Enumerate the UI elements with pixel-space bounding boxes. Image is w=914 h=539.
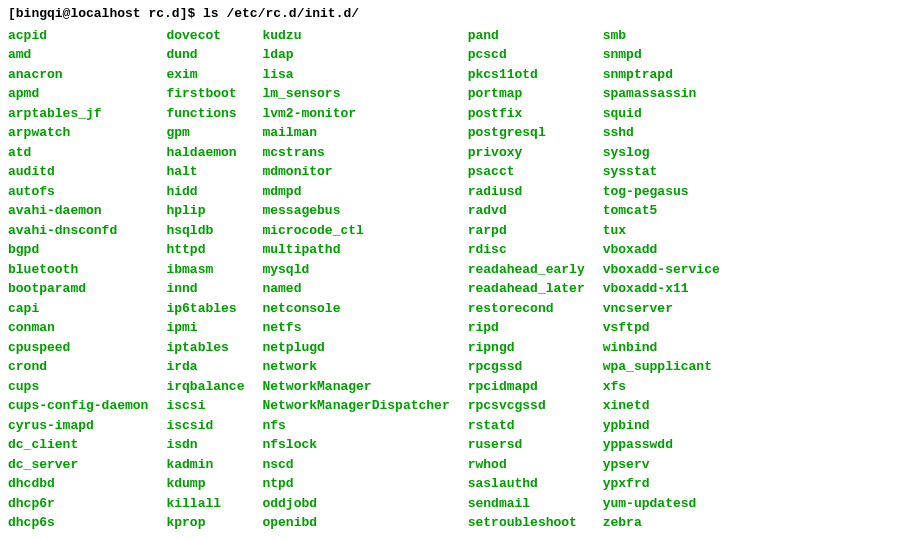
file-entry: amd <box>8 45 148 65</box>
file-entry: bluetooth <box>8 260 148 280</box>
file-entry: ripngd <box>468 338 585 358</box>
file-entry: nfs <box>262 416 449 436</box>
file-entry: radvd <box>468 201 585 221</box>
file-entry: NetworkManager <box>262 377 449 397</box>
file-entry: avahi-dnsconfd <box>8 221 148 241</box>
file-entry: mailman <box>262 123 449 143</box>
file-entry: dhcdbd <box>8 474 148 494</box>
file-entry: bgpd <box>8 240 148 260</box>
file-entry: winbind <box>603 338 720 358</box>
file-entry: ip6tables <box>166 299 244 319</box>
file-entry: tog-pegasus <box>603 182 720 202</box>
file-entry: iscsid <box>166 416 244 436</box>
file-entry: ypxfrd <box>603 474 720 494</box>
file-entry: irqbalance <box>166 377 244 397</box>
file-entry: snmptrapd <box>603 65 720 85</box>
file-entry: vsftpd <box>603 318 720 338</box>
file-entry: functions <box>166 104 244 124</box>
file-entry: pand <box>468 26 585 46</box>
file-entry: mcstrans <box>262 143 449 163</box>
file-entry: radiusd <box>468 182 585 202</box>
file-entry: iptables <box>166 338 244 358</box>
file-entry: kprop <box>166 513 244 533</box>
file-entry: lvm2-monitor <box>262 104 449 124</box>
file-entry: NetworkManagerDispatcher <box>262 396 449 416</box>
file-entry: readahead_later <box>468 279 585 299</box>
file-entry: openibd <box>262 513 449 533</box>
file-entry: lm_sensors <box>262 84 449 104</box>
file-entry: hsqldb <box>166 221 244 241</box>
file-entry: kadmin <box>166 455 244 475</box>
file-entry: xinetd <box>603 396 720 416</box>
file-entry: spamassassin <box>603 84 720 104</box>
file-entry: mysqld <box>262 260 449 280</box>
file-entry: kudzu <box>262 26 449 46</box>
file-entry: hplip <box>166 201 244 221</box>
file-entry: yum-updatesd <box>603 494 720 514</box>
file-entry: dhcp6r <box>8 494 148 514</box>
file-entry: capi <box>8 299 148 319</box>
file-entry: zebra <box>603 513 720 533</box>
file-entry: vboxadd-x11 <box>603 279 720 299</box>
file-entry: tux <box>603 221 720 241</box>
ls-output-columns: acpidamdanacronapmdarptables_jfarpwatcha… <box>8 26 906 533</box>
file-entry: netconsole <box>262 299 449 319</box>
file-entry: avahi-daemon <box>8 201 148 221</box>
file-entry: killall <box>166 494 244 514</box>
file-entry: ntpd <box>262 474 449 494</box>
file-entry: vncserver <box>603 299 720 319</box>
file-entry: privoxy <box>468 143 585 163</box>
file-entry: crond <box>8 357 148 377</box>
file-entry: postgresql <box>468 123 585 143</box>
file-entry: smb <box>603 26 720 46</box>
file-entry: pkcs11otd <box>468 65 585 85</box>
file-entry: microcode_ctl <box>262 221 449 241</box>
file-entry: saslauthd <box>468 474 585 494</box>
file-entry: httpd <box>166 240 244 260</box>
file-entry: arptables_jf <box>8 104 148 124</box>
file-entry: mdmonitor <box>262 162 449 182</box>
file-entry: ypserv <box>603 455 720 475</box>
file-entry: iscsi <box>166 396 244 416</box>
file-entry: rpcsvcgssd <box>468 396 585 416</box>
file-entry: rarpd <box>468 221 585 241</box>
file-entry: haldaemon <box>166 143 244 163</box>
file-entry: netplugd <box>262 338 449 358</box>
file-entry: rwhod <box>468 455 585 475</box>
file-entry: rpcidmapd <box>468 377 585 397</box>
file-entry: dc_client <box>8 435 148 455</box>
file-entry: sshd <box>603 123 720 143</box>
file-entry: named <box>262 279 449 299</box>
file-entry: rpcgssd <box>468 357 585 377</box>
file-entry: nfslock <box>262 435 449 455</box>
file-entry: innd <box>166 279 244 299</box>
ls-column-3: pandpcscdpkcs11otdportmappostfixpostgres… <box>468 26 585 533</box>
file-entry: vboxadd-service <box>603 260 720 280</box>
file-entry: restorecond <box>468 299 585 319</box>
file-entry: nscd <box>262 455 449 475</box>
file-entry: mdmpd <box>262 182 449 202</box>
file-entry: hidd <box>166 182 244 202</box>
file-entry: anacron <box>8 65 148 85</box>
file-entry: vboxadd <box>603 240 720 260</box>
file-entry: cups <box>8 377 148 397</box>
file-entry: readahead_early <box>468 260 585 280</box>
file-entry: tomcat5 <box>603 201 720 221</box>
file-entry: apmd <box>8 84 148 104</box>
file-entry: portmap <box>468 84 585 104</box>
file-entry: ripd <box>468 318 585 338</box>
file-entry: sendmail <box>468 494 585 514</box>
file-entry: rusersd <box>468 435 585 455</box>
file-entry: dund <box>166 45 244 65</box>
file-entry: snmpd <box>603 45 720 65</box>
file-entry: dc_server <box>8 455 148 475</box>
file-entry: yppasswdd <box>603 435 720 455</box>
file-entry: autofs <box>8 182 148 202</box>
ls-column-1: dovecotdundeximfirstbootfunctionsgpmhald… <box>166 26 244 533</box>
file-entry: pcscd <box>468 45 585 65</box>
file-entry: halt <box>166 162 244 182</box>
file-entry: wpa_supplicant <box>603 357 720 377</box>
file-entry: xfs <box>603 377 720 397</box>
file-entry: sysstat <box>603 162 720 182</box>
file-entry: bootparamd <box>8 279 148 299</box>
